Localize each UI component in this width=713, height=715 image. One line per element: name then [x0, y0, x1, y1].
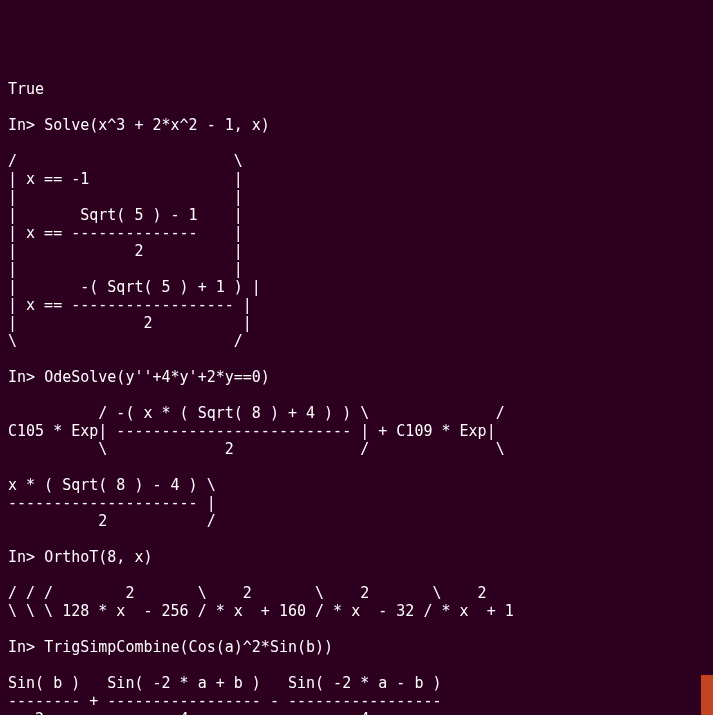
command-solve: Solve(x^3 + 2*x^2 - 1, x) — [44, 116, 270, 134]
odesolve-output: / -( x * ( Sqrt( 8 ) + 4 ) ) \ / C105 * … — [8, 404, 505, 530]
command-odesolve: OdeSolve(y''+4*y'+2*y==0) — [44, 368, 270, 386]
terminal-output: True In> Solve(x^3 + 2*x^2 - 1, x) / \ |… — [8, 80, 705, 715]
command-trigsimp: TrigSimpCombine(Cos(a)^2*Sin(b)) — [44, 638, 333, 656]
prompt: In> — [8, 548, 35, 566]
prompt: In> — [8, 368, 35, 386]
prompt: In> — [8, 638, 35, 656]
result-true: True — [8, 80, 44, 98]
trigsimp-output: Sin( b ) Sin( -2 * a + b ) Sin( -2 * a -… — [8, 674, 441, 715]
solve-output: / \ | x == -1 | | | | Sqrt( 5 ) - 1 | | … — [8, 152, 261, 350]
prompt: In> — [8, 116, 35, 134]
command-orthot: OrthoT(8, x) — [44, 548, 152, 566]
scrollbar-thumb[interactable] — [701, 675, 713, 715]
orthot-output: / / / 2 \ 2 \ 2 \ 2 \ \ \ 128 * x - 256 … — [8, 584, 514, 620]
